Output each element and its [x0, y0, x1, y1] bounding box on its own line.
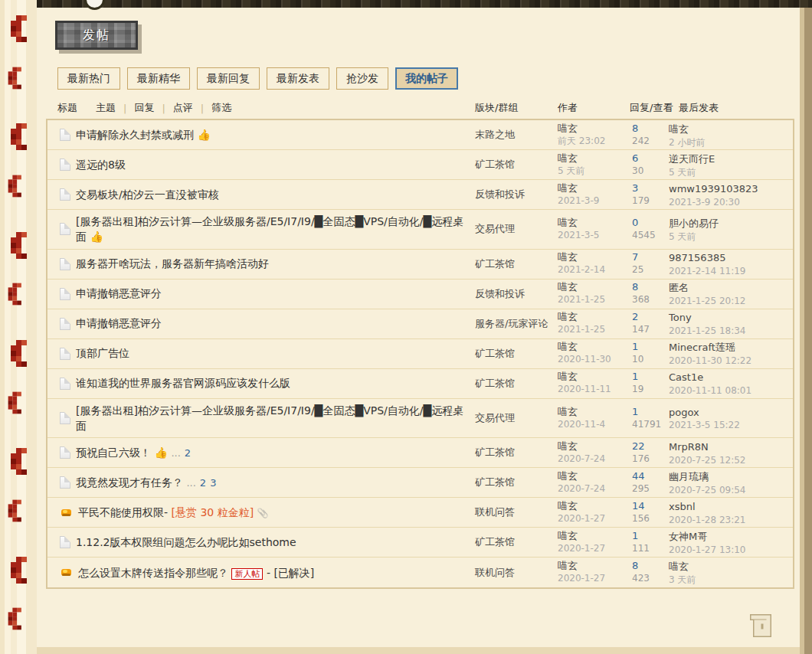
last-post-time-link[interactable]: 2 小时前: [669, 137, 793, 149]
author-link[interactable]: 喵玄: [558, 530, 632, 543]
reply-count-link[interactable]: 8: [632, 560, 669, 573]
thread-title-link[interactable]: [服务器出租]柏汐云计算—企业级服务器/E5/I7/I9/█全固态█VPS/自动…: [76, 404, 463, 432]
last-poster-link[interactable]: Minecraft莲瑶: [669, 342, 735, 353]
forum-link[interactable]: 矿工茶馆: [475, 158, 515, 172]
author-link[interactable]: 喵玄: [558, 371, 632, 384]
reply-count-link[interactable]: 14: [632, 500, 669, 513]
page-link-2[interactable]: 2: [185, 447, 191, 459]
filter-link-1[interactable]: 回复: [134, 101, 154, 115]
forum-link[interactable]: 矿工茶馆: [475, 377, 515, 391]
tab-3[interactable]: 最新发表: [267, 67, 329, 90]
last-poster-link[interactable]: 胆小的易仔: [669, 217, 719, 229]
forum-link[interactable]: 服务器/玩家评论: [475, 317, 548, 331]
author-link[interactable]: 喵玄: [558, 251, 632, 264]
forum-link[interactable]: 联机问答: [475, 505, 515, 519]
tab-5[interactable]: 我的帖子: [395, 67, 458, 90]
forum-link[interactable]: 末路之地: [475, 128, 515, 142]
last-post-time-link[interactable]: 5 天前: [669, 167, 793, 179]
last-post-time-link[interactable]: 2020-7-25 12:52: [669, 455, 793, 467]
author-link[interactable]: 喵玄: [558, 311, 632, 324]
reply-count-link[interactable]: 2: [632, 311, 669, 324]
last-post-time-link[interactable]: 2020-11-11 08:01: [669, 385, 793, 397]
thread-title-link[interactable]: 平民不能使用权限-: [78, 506, 168, 518]
page-link-2[interactable]: 2: [200, 477, 206, 489]
reply-count-link[interactable]: 8: [632, 123, 669, 136]
filter-link-3[interactable]: 筛选: [211, 101, 231, 115]
author-link[interactable]: 喵玄: [558, 440, 632, 453]
forum-link[interactable]: 反馈和投诉: [475, 188, 525, 201]
forum-link[interactable]: 反馈和投诉: [475, 287, 525, 301]
thread-title-link[interactable]: 申请解除永久封禁或减刑: [76, 129, 194, 141]
last-poster-link[interactable]: pogox: [669, 407, 699, 418]
thread-title-link[interactable]: [服务器出租]柏汐云计算—企业级服务器/E5/I7/I9/█全固态█VPS/自动…: [76, 215, 463, 243]
reply-count-link[interactable]: 6: [632, 152, 669, 165]
thread-title-link[interactable]: 1.12.2版本权限组问题怎么办呢比如sethome: [76, 536, 296, 548]
tab-2[interactable]: 最新回复: [197, 67, 260, 90]
last-post-time-link[interactable]: 2020-7-25 09:54: [669, 485, 793, 497]
reply-count-link[interactable]: 7: [632, 251, 669, 264]
last-poster-link[interactable]: Cast1e: [669, 371, 703, 383]
last-poster-link[interactable]: 逆天而行E: [669, 153, 715, 165]
last-post-time-link[interactable]: 2021-3-9 20:30: [669, 197, 793, 209]
last-post-time-link[interactable]: 2021-3-5 15:22: [669, 420, 793, 432]
last-post-time-link[interactable]: 5 天前: [669, 231, 793, 244]
last-poster-link[interactable]: wmw1939103823: [669, 183, 758, 195]
last-post-time-link[interactable]: 3 天前: [669, 574, 793, 587]
last-post-time-link[interactable]: 2021-1-25 20:12: [669, 296, 793, 308]
author-link[interactable]: 喵玄: [558, 152, 632, 165]
last-poster-link[interactable]: 喵玄: [669, 561, 689, 572]
last-poster-link[interactable]: 匿名: [669, 282, 689, 293]
forum-link[interactable]: 矿工茶馆: [475, 347, 515, 361]
forum-link[interactable]: 矿工茶馆: [475, 535, 515, 549]
thread-title-link[interactable]: 交易板块/柏汐云一直没被审核: [76, 188, 219, 201]
last-post-time-link[interactable]: 2020-1-28 23:21: [669, 515, 793, 527]
new-post-button[interactable]: 发帖: [55, 21, 138, 50]
author-link[interactable]: 喵玄: [558, 123, 632, 136]
tab-1[interactable]: 最新精华: [127, 67, 190, 90]
bounty-label[interactable]: [悬赏 30 粒金粒]: [172, 506, 254, 518]
author-link[interactable]: 喵玄: [558, 500, 632, 513]
author-link[interactable]: 喵玄: [558, 406, 632, 419]
reply-count-link[interactable]: 1: [632, 341, 669, 354]
tab-4[interactable]: 抢沙发: [336, 67, 388, 90]
reply-count-link[interactable]: 0: [632, 217, 669, 230]
thread-title-link[interactable]: 遥远的8级: [76, 159, 126, 171]
thread-title-link[interactable]: 谁知道我的世界服务器官网源码应该发什么版: [76, 377, 290, 389]
last-poster-link[interactable]: 女神M哥: [669, 531, 707, 542]
reply-count-link[interactable]: 1: [632, 406, 669, 419]
filter-link-0[interactable]: 主题: [96, 101, 116, 115]
reply-count-link[interactable]: 1: [632, 371, 669, 384]
thread-title-link[interactable]: 顶部广告位: [76, 347, 129, 359]
last-poster-link[interactable]: 幽月琉璃: [669, 471, 709, 482]
forum-link[interactable]: 矿工茶馆: [475, 476, 515, 489]
forum-link[interactable]: 矿工茶馆: [475, 446, 515, 459]
back-to-top-icon[interactable]: [746, 612, 774, 640]
reply-count-link[interactable]: 44: [632, 470, 669, 483]
thread-title-link[interactable]: 申请撤销恶意评分: [76, 287, 162, 299]
last-post-time-link[interactable]: 2021-1-25 18:34: [669, 325, 793, 338]
author-link[interactable]: 喵玄: [558, 281, 632, 294]
last-poster-link[interactable]: xsbnl: [669, 501, 696, 512]
thread-title-link[interactable]: 怎么设置木牌传送指令那些呢？: [78, 567, 228, 579]
reply-count-link[interactable]: 22: [632, 440, 669, 453]
last-poster-link[interactable]: 喵玄: [669, 123, 689, 135]
last-post-time-link[interactable]: 2021-2-14 11:19: [669, 266, 793, 278]
last-poster-link[interactable]: MrpR8N: [669, 441, 709, 453]
reply-count-link[interactable]: 1: [632, 530, 669, 543]
forum-link[interactable]: 矿工茶馆: [475, 257, 515, 271]
last-post-time-link[interactable]: 2020-11-30 12:22: [669, 355, 793, 368]
thread-title-link[interactable]: 服务器开啥玩法，服务器新年搞啥活动好: [76, 257, 269, 270]
thread-title-link[interactable]: 申请撤销恶意评分: [76, 317, 162, 329]
last-poster-link[interactable]: 987156385: [669, 252, 725, 263]
thread-title-link[interactable]: 预祝自己六级！: [76, 446, 151, 459]
tab-0[interactable]: 最新热门: [57, 67, 120, 90]
forum-link[interactable]: 交易代理: [475, 411, 515, 425]
author-link[interactable]: 喵玄: [558, 217, 632, 230]
last-poster-link[interactable]: Tony: [669, 312, 692, 323]
reply-count-link[interactable]: 8: [632, 281, 669, 294]
last-post-time-link[interactable]: 2020-1-27 13:10: [669, 544, 793, 557]
author-link[interactable]: 喵玄: [558, 470, 632, 483]
reply-count-link[interactable]: 3: [632, 182, 669, 195]
author-link[interactable]: 喵玄: [558, 341, 632, 354]
page-link-3[interactable]: 3: [210, 477, 216, 489]
